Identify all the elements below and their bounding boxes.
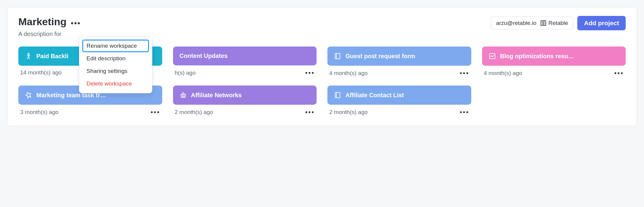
project-menu-trigger-icon[interactable]: ••• (460, 108, 469, 116)
svg-point-0 (28, 53, 29, 55)
project-name: Affiliate Networks (191, 92, 242, 99)
project-meta: 3 month(s) ago••• (18, 108, 162, 116)
add-project-button[interactable]: Add project (577, 16, 626, 30)
workspace-panel: Marketing ••• A description for arzu@ret… (7, 7, 637, 126)
project-menu-trigger-icon[interactable]: ••• (460, 69, 469, 77)
building-icon (541, 20, 546, 26)
project-timestamp: 3 month(s) ago (20, 109, 59, 116)
title-line: Marketing ••• (18, 16, 81, 28)
title-block: Marketing ••• A description for (18, 16, 81, 38)
project-meta: 4 month(s) ago••• (482, 69, 626, 77)
project: Affiliate Networks2 month(s) ago••• (173, 86, 317, 116)
project-name: Blog optimizations resu… (500, 53, 574, 60)
project-timestamp: 14 month(s) ago (20, 69, 62, 76)
book-icon (334, 92, 341, 99)
project-timestamp: 4 month(s) ago (329, 70, 368, 76)
project-meta: 4 month(s) ago••• (327, 69, 471, 77)
project-timestamp: 4 month(s) ago (484, 70, 522, 76)
project-card[interactable]: Guest post request form (327, 46, 471, 66)
project-card[interactable]: Content Updates (173, 46, 317, 65)
project-menu-trigger-icon[interactable]: ••• (150, 108, 160, 116)
project: Content Updatesh(s) ago••• (173, 46, 317, 77)
user-email: arzu@retable.io (496, 20, 536, 26)
svg-rect-1 (335, 53, 340, 59)
workspace-description: A description for (18, 31, 81, 38)
top-actions: arzu@retable.io Retable Add project (491, 16, 626, 30)
tag-icon (25, 92, 32, 99)
project-meta: 2 month(s) ago••• (173, 108, 317, 116)
menu-item[interactable]: Rename workspace (82, 40, 149, 52)
project-menu-trigger-icon[interactable]: ••• (305, 108, 315, 116)
workspace-menu-trigger-icon[interactable]: ••• (71, 19, 81, 27)
project: Guest post request form4 month(s) ago••• (327, 46, 471, 77)
user-org-selector[interactable]: arzu@retable.io Retable (491, 16, 573, 30)
person-icon (25, 52, 32, 60)
project-menu-trigger-icon[interactable]: ••• (614, 69, 624, 77)
menu-item[interactable]: Delete workspace (82, 77, 149, 90)
org-segment: Retable (541, 20, 568, 26)
project-timestamp: 2 month(s) ago (175, 109, 213, 116)
book-icon (334, 52, 341, 60)
project-timestamp: 2 month(s) ago (329, 109, 368, 116)
project-name: Affiliate Contact List (345, 92, 404, 99)
menu-item[interactable]: Sharing settings (82, 65, 149, 77)
menu-item[interactable]: Edit description (82, 52, 149, 65)
project-menu-trigger-icon[interactable]: ••• (305, 69, 315, 77)
project: Blog optimizations resu…4 month(s) ago••… (482, 46, 626, 77)
project-name: Paid Backli (36, 53, 68, 60)
project-card[interactable]: Blog optimizations resu… (482, 46, 626, 66)
org-name: Retable (548, 20, 568, 26)
svg-rect-3 (335, 92, 340, 98)
project-card[interactable]: Affiliate Contact List (327, 86, 471, 105)
chart-icon (489, 52, 496, 60)
workspace-title: Marketing (18, 16, 67, 28)
project-name: Content Updates (180, 52, 228, 59)
top-row: Marketing ••• A description for arzu@ret… (18, 16, 626, 38)
project-timestamp: h(s) ago (175, 70, 196, 76)
basket-icon (180, 92, 187, 99)
workspace-context-menu: Rename workspaceEdit descriptionSharing … (79, 36, 152, 93)
project-meta: 2 month(s) ago••• (327, 108, 471, 116)
project: Affiliate Contact List2 month(s) ago••• (327, 86, 471, 116)
project-name: Guest post request form (345, 53, 415, 60)
project-meta: h(s) ago••• (173, 69, 317, 77)
project-card[interactable]: Affiliate Networks (173, 86, 317, 105)
